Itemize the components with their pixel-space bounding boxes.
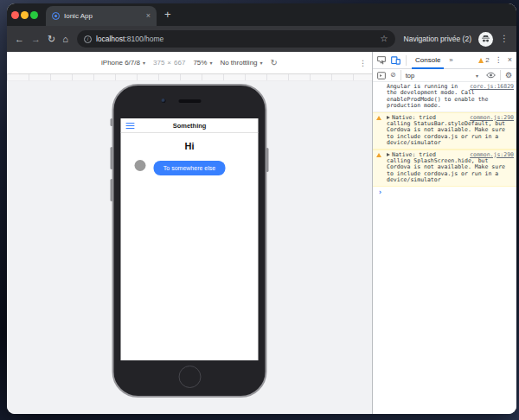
home-button (178, 366, 201, 388)
viewport-width-field[interactable]: 375 (153, 59, 164, 67)
devtools-tab-bar: Console » 2 ⋮ × (373, 52, 516, 69)
console-warning-message: Native: tried common.js:290 calling Stat… (373, 112, 516, 150)
close-window-button[interactable] (11, 11, 19, 19)
url-text: localhost:8100/home (96, 35, 376, 43)
chevron-down-icon: ▾ (143, 60, 145, 66)
main-area: iPhone 6/7/8 ▾ 375 × 667 75% ▾ No thrott… (7, 52, 516, 414)
phone-mockup: Something Hi To somewhere else (112, 84, 267, 398)
menu-hamburger-icon[interactable] (126, 123, 135, 129)
device-emulation-pane: iPhone 6/7/8 ▾ 375 × 667 75% ▾ No thrott… (7, 52, 372, 414)
console-prompt[interactable]: › (373, 187, 516, 198)
console-sidebar-toggle-icon[interactable] (377, 72, 386, 80)
times-icon: × (167, 59, 171, 67)
warning-count-badge[interactable]: 2 (478, 56, 489, 64)
new-tab-button[interactable]: + (164, 9, 171, 22)
devtools-close-icon[interactable]: × (508, 56, 512, 64)
tab-close-icon[interactable]: × (146, 12, 151, 20)
warning-triangle-icon (376, 116, 381, 120)
device-ruler (7, 74, 372, 81)
url-path: :8100/home (125, 35, 163, 43)
tab-console[interactable]: Console (412, 52, 444, 69)
device-select[interactable]: iPhone 6/7/8 ▾ (101, 59, 145, 67)
rotate-device-icon[interactable]: ↻ (271, 59, 278, 67)
console-message-line: production mode. (387, 103, 514, 109)
front-camera (162, 99, 166, 103)
chevron-down-icon: ▾ (476, 73, 478, 79)
maximize-window-button[interactable] (30, 11, 38, 19)
incognito-avatar-icon[interactable] (478, 32, 493, 47)
zoom-select-label: 75% (193, 59, 207, 67)
device-select-label: iPhone 6/7/8 (101, 59, 140, 67)
browser-tab[interactable]: Ionic App × (46, 6, 157, 26)
app-body: Hi To somewhere else (121, 141, 259, 174)
back-icon[interactable]: ← (15, 35, 24, 44)
emulation-stage: Something Hi To somewhere else (7, 81, 372, 414)
chevron-down-icon: ▾ (260, 60, 263, 66)
url-bar[interactable]: i localhost:8100/home ☆ (77, 30, 395, 48)
inspect-element-icon[interactable] (377, 56, 386, 65)
browser-menu-icon[interactable]: ⋮ (500, 35, 509, 43)
console-warning-message: Native: tried common.js:290 calling Spla… (373, 150, 516, 187)
warning-triangle-icon (478, 58, 484, 63)
context-selector[interactable]: top ▾ (406, 72, 482, 80)
throttling-select-label: No throttling (220, 59, 257, 67)
bookmark-star-icon[interactable]: ☆ (381, 35, 388, 43)
action-row: To somewhere else (121, 158, 259, 174)
app-screen: Something Hi To somewhere else (121, 118, 259, 360)
reload-icon[interactable]: ↻ (48, 35, 55, 44)
forward-icon[interactable]: → (31, 35, 41, 44)
divider (500, 70, 501, 80)
browser-toolbar: ← → ↻ ⌂ i localhost:8100/home ☆ Navigati… (7, 26, 516, 52)
url-domain: localhost (96, 35, 125, 43)
zoom-select[interactable]: 75% ▾ (193, 59, 212, 67)
divider (406, 55, 407, 66)
viewport-size: 375 × 667 (153, 59, 185, 67)
volume-down-button (111, 179, 113, 201)
volume-up-button (111, 147, 113, 169)
source-link[interactable]: core.js:16829 (470, 84, 514, 90)
more-tabs-icon[interactable]: » (449, 56, 452, 64)
expand-arrow-icon[interactable] (387, 153, 390, 156)
site-info-icon[interactable]: i (84, 35, 92, 43)
prompt-chevron-icon: › (378, 188, 382, 196)
clear-console-icon[interactable]: ⊘ (390, 72, 396, 79)
mute-switch (111, 118, 113, 126)
live-expression-eye-icon[interactable] (486, 72, 496, 79)
chevron-down-icon: ▾ (209, 60, 212, 66)
throttling-select[interactable]: No throttling ▾ (220, 59, 262, 67)
app-heading: Hi (121, 141, 259, 151)
tab-strip: Ionic App × + (7, 3, 516, 26)
console-message-line: device/simulator (387, 177, 514, 183)
console-messages: Angular is running in core.js:16829 the … (373, 82, 516, 414)
device-toolbar: iPhone 6/7/8 ▾ 375 × 667 75% ▾ No thrott… (7, 52, 372, 74)
divider (400, 70, 401, 80)
incognito-label: Navigation privée (2) (404, 35, 471, 43)
power-button (266, 148, 269, 172)
console-message: Angular is running in core.js:16829 the … (373, 82, 516, 112)
devtools-menu-icon[interactable]: ⋮ (495, 56, 503, 64)
tab-title: Ionic App (64, 12, 142, 20)
app-page-title: Something (121, 118, 259, 133)
console-toolbar: ⊘ top ▾ ⚙ (373, 69, 516, 82)
earpiece-speaker (179, 99, 202, 103)
minimize-window-button[interactable] (21, 11, 29, 19)
warning-triangle-icon (376, 153, 381, 157)
ionic-favicon-icon (52, 12, 60, 20)
viewport-height-field[interactable]: 667 (174, 59, 185, 67)
app-header: Something (121, 118, 259, 133)
toggle-device-toolbar-icon[interactable] (391, 56, 400, 65)
devtools-panel: Console » 2 ⋮ × ⊘ top ▾ (372, 52, 516, 414)
browser-window: Ionic App × + ← → ↻ ⌂ i localhost:8100/h… (7, 3, 516, 414)
home-icon[interactable]: ⌂ (62, 35, 68, 44)
device-toolbar-menu-icon[interactable]: ⋮ (359, 59, 367, 67)
gray-circle (135, 160, 146, 171)
navigate-button[interactable]: To somewhere else (154, 161, 225, 175)
traffic-lights (7, 11, 38, 19)
console-message-line: device/simulator (387, 140, 514, 146)
expand-arrow-icon[interactable] (387, 116, 390, 119)
console-settings-gear-icon[interactable]: ⚙ (505, 72, 512, 80)
